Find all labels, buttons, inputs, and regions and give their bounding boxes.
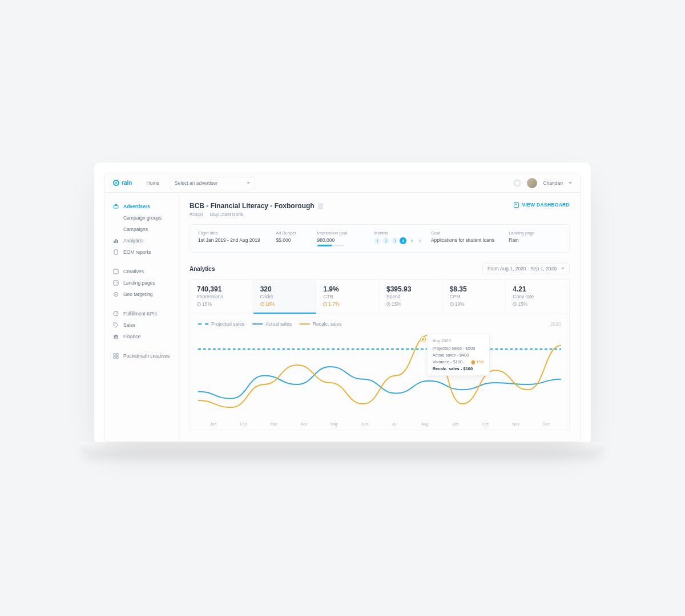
- advertiser-select-label: Select an advertiser: [175, 180, 217, 186]
- target-icon: [113, 291, 119, 297]
- sidebar-item-advertisers[interactable]: Advertisers: [105, 201, 179, 212]
- gauge-icon: [113, 311, 119, 317]
- sidebar-item-fulfillment-kpis[interactable]: Fulfillment KPIs: [105, 308, 179, 319]
- months-pills: 1 2 3 4 5 6: [374, 237, 426, 244]
- kpi-cpm[interactable]: $8.35 CPM i19%: [443, 279, 506, 314]
- sidebar-item-eom-reports[interactable]: EOM reports: [105, 246, 179, 258]
- svg-rect-3: [115, 239, 116, 243]
- sidebar-item-analytics[interactable]: Analytics: [105, 235, 179, 246]
- campaign-info-card: Flight date 1st Jan 2019 - 2nd Aug 2019 …: [190, 224, 570, 253]
- dashboard-icon: [514, 202, 519, 208]
- chevron-down-icon[interactable]: [569, 182, 572, 184]
- month-pill-6[interactable]: 6: [417, 237, 424, 244]
- sales-chart[interactable]: Aug 2020 Projected sales - $500 Actual s…: [198, 331, 561, 420]
- svg-rect-14: [116, 354, 118, 355]
- logo[interactable]: rain: [113, 180, 132, 186]
- ad-budget-value: $5,000: [276, 237, 312, 243]
- ad-budget-label: Ad Budget: [276, 230, 312, 236]
- bar-chart-icon: [113, 238, 119, 244]
- delta-icon: i: [386, 302, 390, 306]
- month-pill-5[interactable]: 5: [408, 237, 415, 244]
- sidebar-item-label: Advertisers: [123, 204, 150, 209]
- logo-icon: [113, 180, 119, 186]
- chart-xaxis: Jan Feb Mar Apr May Jun Jul Aug Sep Oct …: [198, 422, 561, 426]
- landing-page-value: Rain: [509, 237, 561, 243]
- sidebar-item-label: Pocketmath creatives: [123, 353, 170, 359]
- month-pill-2[interactable]: 2: [382, 237, 389, 244]
- kpi-ctr[interactable]: 1.9% CTR ↑1.7%: [316, 279, 380, 314]
- kpi-impressions[interactable]: 740,391 Impressions i15%: [190, 279, 253, 314]
- sidebar-item-label: Campaigns: [123, 226, 148, 232]
- sidebar-item-sales[interactable]: Sales: [105, 319, 179, 331]
- campaign-id: #2400: [190, 212, 203, 217]
- month-pill-3[interactable]: 3: [391, 237, 398, 244]
- nav-home[interactable]: Home: [146, 180, 159, 186]
- kpi-spend[interactable]: $395.93 Spend i15%: [380, 279, 443, 314]
- impression-progress: [317, 245, 344, 246]
- document-icon[interactable]: [318, 203, 323, 209]
- svg-rect-15: [114, 356, 115, 358]
- landing-page-label: Landing page: [509, 230, 561, 236]
- user-name: Chandan: [543, 180, 563, 186]
- page-title: BCB - Financial Literacy - Foxborough: [190, 202, 323, 210]
- document-icon: [113, 249, 119, 255]
- svg-rect-6: [114, 269, 118, 274]
- sidebar-item-label: Finance: [123, 334, 140, 339]
- image-icon: [113, 269, 119, 274]
- delta-icon: i: [513, 302, 517, 306]
- date-range-select[interactable]: From Aug 1, 2020 - Sep 1, 2020: [482, 263, 570, 274]
- sidebar-item-pocketmath-creatives[interactable]: Pocketmath creatives: [105, 350, 179, 362]
- sidebar-item-label: Campaign groups: [123, 215, 162, 221]
- month-pill-1[interactable]: 1: [374, 237, 381, 244]
- tag-icon: [113, 322, 119, 328]
- view-dashboard-button[interactable]: VIEW DASHBOARD: [514, 202, 570, 208]
- settings-icon[interactable]: [513, 179, 521, 187]
- sidebar-item-campaign-groups[interactable]: Campaign groups: [105, 212, 179, 224]
- legend-line-dashed-icon: [198, 323, 208, 325]
- month-pill-4[interactable]: 4: [400, 237, 406, 244]
- sidebar: Advertisers Campaign groups Campaigns An…: [105, 193, 179, 441]
- impression-goal-label: Impression goal: [317, 230, 370, 236]
- months-label: Months: [374, 230, 426, 236]
- briefcase-icon: [113, 204, 119, 209]
- flight-date-label: Flight date: [198, 230, 271, 236]
- kpi-conv-rate[interactable]: 4.21 Conv rate i15%: [506, 279, 569, 314]
- chart-tooltip: Aug 2020 Projected sales - $500 Actual s…: [427, 334, 490, 376]
- chart-legend: Projected sales Actual sales Recalc. sal…: [198, 321, 561, 327]
- svg-rect-4: [117, 240, 118, 243]
- goal-label: Goal: [431, 230, 504, 236]
- sidebar-item-landing-pages[interactable]: Landing pages: [105, 277, 179, 289]
- goal-value: Applications for student loans: [431, 237, 504, 243]
- analytics-heading: Analytics: [190, 266, 215, 272]
- avatar[interactable]: [527, 178, 537, 188]
- chevron-down-icon: [561, 268, 565, 270]
- layout-icon: [113, 280, 119, 286]
- sidebar-item-campaigns[interactable]: Campaigns: [105, 224, 179, 235]
- legend-line-blue-icon: [252, 323, 263, 325]
- advertiser-select[interactable]: Select an advertiser: [170, 177, 255, 189]
- sidebar-item-label: Analytics: [123, 238, 143, 244]
- svg-point-10: [115, 294, 116, 295]
- sidebar-item-label: EOM reports: [123, 249, 151, 255]
- svg-rect-13: [114, 354, 115, 355]
- sidebar-item-finance[interactable]: Finance: [105, 331, 179, 342]
- main: BCB - Financial Literacy - Foxborough #2…: [179, 193, 580, 441]
- divider: [139, 179, 139, 188]
- bank-icon: [113, 334, 119, 339]
- delta-icon: i: [197, 302, 201, 306]
- sidebar-item-label: Landing pages: [123, 280, 155, 286]
- sidebar-item-geo-targeting[interactable]: Geo targeting: [105, 289, 179, 300]
- delta-up-icon: ↑: [260, 302, 264, 306]
- client-name: BayCoast Bank: [210, 212, 244, 217]
- kpi-clicks[interactable]: 320 Clicks ↑18%: [253, 279, 317, 314]
- svg-rect-2: [114, 241, 115, 243]
- sidebar-item-creatives[interactable]: Creatives: [105, 266, 179, 277]
- sidebar-item-label: Sales: [123, 322, 135, 328]
- chart-year: 2020: [550, 321, 561, 327]
- kpi-row: 740,391 Impressions i15% 320 Clicks ↑18%…: [190, 279, 570, 314]
- svg-line-12: [116, 313, 117, 314]
- delta-up-icon: ↑: [323, 302, 327, 306]
- grid-icon: [113, 353, 119, 359]
- flight-date-value: 1st Jan 2019 - 2nd Aug 2019: [198, 237, 271, 243]
- sales-chart-card: Projected sales Actual sales Recalc. sal…: [190, 314, 570, 431]
